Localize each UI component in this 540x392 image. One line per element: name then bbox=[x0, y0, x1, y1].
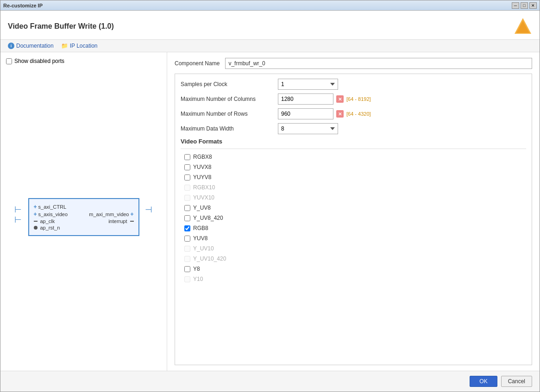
ok-button[interactable]: OK bbox=[470, 376, 497, 387]
port-apclk: ap_clk bbox=[34, 218, 55, 224]
block-row-clk: ap_clk interrupt bbox=[34, 218, 134, 224]
xilinx-logo bbox=[514, 17, 532, 36]
window-title: Re-customize IP bbox=[3, 3, 43, 8]
rgb8-checkbox[interactable] bbox=[184, 225, 190, 231]
footer: OK Cancel bbox=[0, 371, 540, 392]
max-rows-label: Maximum Number of Rows bbox=[181, 111, 273, 117]
max-columns-input[interactable] bbox=[278, 93, 333, 105]
y8-checkbox[interactable] bbox=[184, 266, 190, 272]
y10-label: Y10 bbox=[193, 276, 203, 282]
close-button[interactable]: ✕ bbox=[529, 2, 537, 9]
ip-location-label: IP Location bbox=[70, 43, 98, 49]
show-disabled-ports-row: Show disabled ports bbox=[6, 58, 161, 64]
component-name-label: Component Name bbox=[175, 60, 220, 67]
max-columns-range: [64 - 8192] bbox=[346, 96, 371, 102]
params-area: Samples per Clock 1 2 4 Maxi bbox=[175, 74, 532, 365]
component-name-input[interactable] bbox=[225, 58, 532, 69]
cancel-button[interactable]: Cancel bbox=[501, 376, 532, 387]
max-data-width-select[interactable]: 8 10 12 16 bbox=[278, 123, 338, 134]
columns-input-wrap: ✕ [64 - 8192] bbox=[278, 93, 371, 105]
y-uv10-420-checkbox bbox=[184, 256, 190, 262]
format-row-yuv8-420: Y_UV8_420 bbox=[184, 215, 526, 221]
y-uv8-420-checkbox[interactable] bbox=[184, 215, 190, 221]
data-width-input-wrap: 8 10 12 16 bbox=[278, 123, 338, 134]
right-panel: Component Name Samples per Clock 1 2 bbox=[167, 52, 540, 371]
yuyv8-label: YUYV8 bbox=[193, 174, 211, 180]
ip-location-link[interactable]: 📁 IP Location bbox=[61, 43, 98, 49]
y-uv10-420-label: Y_UV10_420 bbox=[193, 255, 226, 262]
block-wrapper: ⊢ ⊢ ⊣ + s_axi_CTRL bbox=[28, 198, 139, 236]
format-row-rgbx8: RGBX8 bbox=[184, 154, 526, 160]
max-columns-clear-btn[interactable]: ✕ bbox=[336, 95, 344, 103]
rgb8-label: RGB8 bbox=[193, 225, 208, 231]
main-content: Video Frame Buffer Write (1.0) i Documen… bbox=[0, 11, 540, 392]
yuvx10-checkbox bbox=[184, 195, 190, 201]
samples-input-wrap: 1 2 4 bbox=[278, 79, 338, 90]
yuvx8-checkbox[interactable] bbox=[184, 164, 190, 170]
format-row-rgb8: RGB8 bbox=[184, 225, 526, 231]
toolbar: i Documentation 📁 IP Location bbox=[0, 40, 540, 52]
max-columns-label: Maximum Number of Columns bbox=[181, 96, 273, 102]
component-name-row: Component Name bbox=[175, 58, 532, 69]
port-saxis-video: + s_axis_video bbox=[34, 211, 68, 218]
block-row-rst: ap_rst_n bbox=[34, 225, 134, 230]
param-row-samples: Samples per Clock 1 2 4 bbox=[181, 79, 526, 90]
body-area: Show disabled ports ⊢ ⊢ ⊣ bbox=[0, 52, 540, 371]
max-data-width-label: Maximum Data Width bbox=[181, 125, 273, 132]
y-uv8-checkbox[interactable] bbox=[184, 205, 190, 211]
format-row-yuyv8: YUYV8 bbox=[184, 174, 526, 180]
yuv8-checkbox[interactable] bbox=[184, 236, 190, 242]
max-rows-range: [64 - 4320] bbox=[346, 111, 371, 117]
max-rows-input[interactable] bbox=[278, 108, 333, 119]
right-connectors: ⊣ bbox=[145, 205, 152, 215]
y8-label: Y8 bbox=[193, 266, 200, 272]
show-disabled-ports-label: Show disabled ports bbox=[14, 58, 64, 64]
port-saxi-ctrl: + s_axi_CTRL bbox=[34, 204, 67, 210]
minimize-button[interactable]: ─ bbox=[512, 2, 519, 9]
format-row-yuv8: Y_UV8 bbox=[184, 205, 526, 211]
component-diagram: ⊢ ⊢ ⊣ + s_axi_CTRL bbox=[6, 69, 161, 365]
yuvx8-label: YUVX8 bbox=[193, 164, 211, 170]
y-uv8-label: Y_UV8 bbox=[193, 205, 211, 211]
param-row-columns: Maximum Number of Columns ✕ [64 - 8192] bbox=[181, 93, 526, 105]
format-row-yuvx8: YUVX8 bbox=[184, 164, 526, 170]
format-row-y8: Y8 bbox=[184, 266, 526, 272]
max-rows-clear-btn[interactable]: ✕ bbox=[336, 110, 344, 118]
format-row-yuvx10: YUVX10 bbox=[184, 194, 526, 201]
section-divider bbox=[181, 149, 526, 149]
left-connectors: ⊢ ⊢ bbox=[14, 205, 22, 225]
maximize-button[interactable]: □ bbox=[521, 2, 528, 9]
samples-per-clock-select[interactable]: 1 2 4 bbox=[278, 79, 338, 90]
info-icon: i bbox=[8, 43, 14, 49]
video-formats-header: Video Formats bbox=[181, 138, 526, 145]
format-row-y10: Y10 bbox=[184, 276, 526, 282]
main-window: Re-customize IP ─ □ ✕ Video Frame Buffer… bbox=[0, 0, 540, 392]
yuvx10-label: YUVX10 bbox=[193, 194, 214, 201]
page-title: Video Frame Buffer Write (1.0) bbox=[8, 22, 114, 31]
y-uv8-420-label: Y_UV8_420 bbox=[193, 215, 223, 221]
format-row-yuv10: Y_UV10 bbox=[184, 245, 526, 252]
rgbx8-checkbox[interactable] bbox=[184, 154, 190, 160]
header-area: Video Frame Buffer Write (1.0) bbox=[0, 11, 540, 40]
port-aprst: ap_rst_n bbox=[34, 225, 60, 230]
show-disabled-ports-checkbox[interactable] bbox=[6, 58, 12, 64]
folder-icon: 📁 bbox=[61, 43, 68, 49]
block-row-axis: + s_axis_video m_axi_mm_video + bbox=[34, 211, 134, 218]
format-row-rgbx10: RGBX10 bbox=[184, 184, 526, 191]
rows-input-wrap: ✕ [64 - 4320] bbox=[278, 108, 371, 119]
param-row-data-width: Maximum Data Width 8 10 12 16 bbox=[181, 123, 526, 134]
yuyv8-checkbox[interactable] bbox=[184, 174, 190, 180]
format-row-yuv10-420: Y_UV10_420 bbox=[184, 255, 526, 262]
rgbx8-label: RGBX8 bbox=[193, 154, 212, 160]
param-row-rows: Maximum Number of Rows ✕ [64 - 4320] bbox=[181, 108, 526, 119]
left-panel: Show disabled ports ⊢ ⊢ ⊣ bbox=[0, 52, 167, 371]
title-bar-controls: ─ □ ✕ bbox=[512, 2, 537, 9]
params-scroll[interactable]: Samples per Clock 1 2 4 Maxi bbox=[175, 74, 532, 365]
samples-per-clock-label: Samples per Clock bbox=[181, 81, 273, 87]
rgbx10-label: RGBX10 bbox=[193, 184, 215, 191]
y-uv10-label: Y_UV10 bbox=[193, 245, 214, 252]
documentation-link[interactable]: i Documentation bbox=[8, 43, 54, 49]
format-row-yuv8-plain: YUV8 bbox=[184, 235, 526, 242]
rgbx10-checkbox bbox=[184, 185, 190, 191]
documentation-label: Documentation bbox=[16, 43, 54, 49]
